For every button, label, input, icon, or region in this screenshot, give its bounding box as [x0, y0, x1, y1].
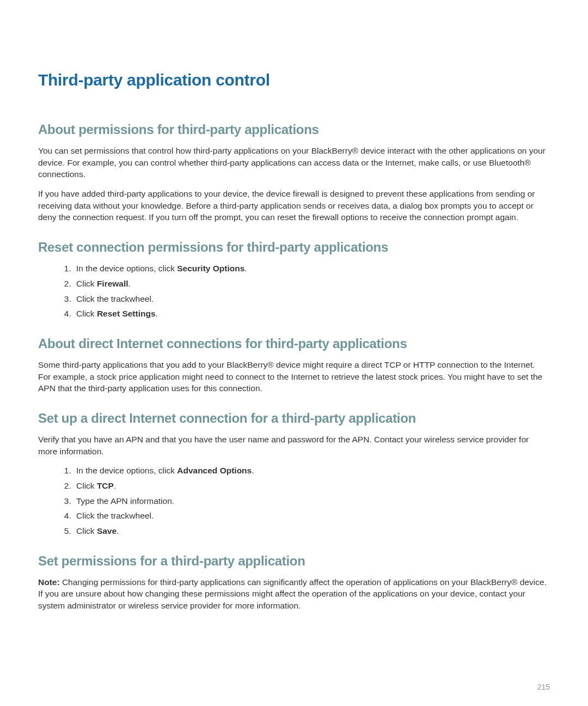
- note-label: Note:: [38, 577, 60, 587]
- body-paragraph: You can set permissions that control how…: [38, 145, 550, 180]
- step-item: Click Reset Settings.: [74, 308, 550, 320]
- section-heading-about-permissions: About permissions for third-party applic…: [38, 122, 550, 137]
- section-heading-about-direct-internet: About direct Internet connections for th…: [38, 336, 550, 351]
- note-text: Changing permissions for third-party app…: [38, 577, 547, 610]
- steps-list: In the device options, click Advanced Op…: [38, 465, 550, 537]
- section-heading-reset-connection: Reset connection permissions for third-p…: [38, 240, 550, 255]
- step-item: Click Firewall.: [74, 278, 550, 290]
- step-item: Click TCP.: [74, 480, 550, 492]
- step-item: In the device options, click Advanced Op…: [74, 465, 550, 477]
- step-item: Click the trackwheel.: [74, 293, 550, 305]
- step-item: Type the APN information.: [74, 495, 550, 507]
- step-item: Click the trackwheel.: [74, 510, 550, 522]
- page-number: 215: [38, 683, 550, 691]
- note-paragraph: Note: Changing permissions for third-par…: [38, 576, 550, 612]
- step-item: Click Save.: [74, 525, 550, 537]
- page-title: Third-party application control: [38, 71, 550, 89]
- section-heading-set-permissions: Set permissions for a third-party applic…: [38, 553, 550, 569]
- steps-list: In the device options, click Security Op…: [38, 263, 550, 320]
- body-paragraph: Some third-party applications that you a…: [38, 359, 550, 394]
- body-paragraph: Verify that you have an APN and that you…: [38, 434, 550, 457]
- body-paragraph: If you have added third-party applicatio…: [38, 188, 550, 223]
- section-heading-setup-direct-internet: Set up a direct Internet connection for …: [38, 411, 550, 426]
- step-item: In the device options, click Security Op…: [74, 263, 550, 275]
